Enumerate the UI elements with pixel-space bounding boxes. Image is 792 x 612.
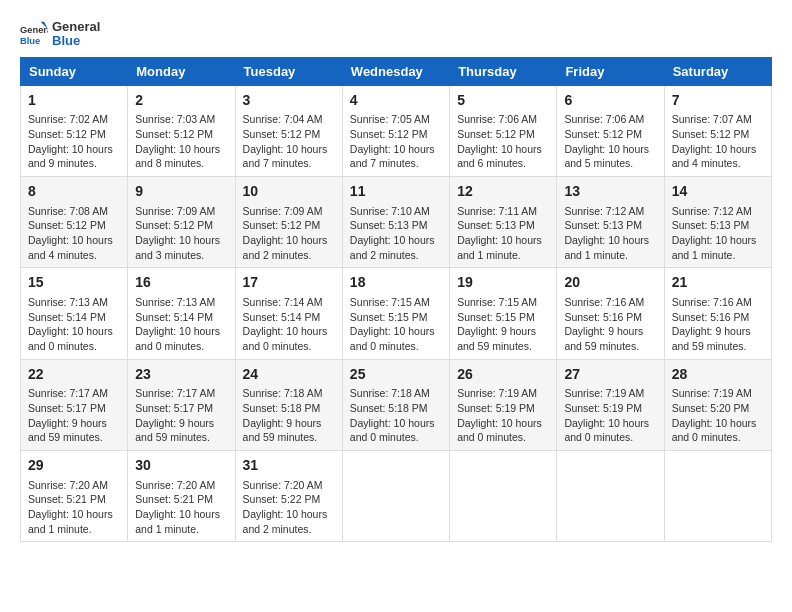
logo-blue: Blue xyxy=(52,34,100,48)
day-number: 23 xyxy=(135,365,227,385)
day-cell: 25 Sunrise: 7:18 AM Sunset: 5:18 PM Dayl… xyxy=(342,359,449,450)
day-cell: 29 Sunrise: 7:20 AM Sunset: 5:21 PM Dayl… xyxy=(21,450,128,541)
calendar-table: SundayMondayTuesdayWednesdayThursdayFrid… xyxy=(20,57,772,543)
day-cell: 4 Sunrise: 7:05 AM Sunset: 5:12 PM Dayli… xyxy=(342,85,449,176)
col-header-thursday: Thursday xyxy=(450,57,557,85)
day-number: 28 xyxy=(672,365,764,385)
sunset-label: Sunset: 5:21 PM xyxy=(135,493,213,505)
day-cell: 14 Sunrise: 7:12 AM Sunset: 5:13 PM Dayl… xyxy=(664,176,771,267)
day-number: 25 xyxy=(350,365,442,385)
day-cell: 13 Sunrise: 7:12 AM Sunset: 5:13 PM Dayl… xyxy=(557,176,664,267)
sunset-label: Sunset: 5:12 PM xyxy=(135,219,213,231)
daylight-label: Daylight: 10 hours and 1 minute. xyxy=(564,234,649,261)
daylight-label: Daylight: 9 hours and 59 minutes. xyxy=(28,417,107,444)
day-number: 31 xyxy=(243,456,335,476)
daylight-label: Daylight: 10 hours and 4 minutes. xyxy=(28,234,113,261)
daylight-label: Daylight: 10 hours and 0 minutes. xyxy=(457,417,542,444)
day-cell: 22 Sunrise: 7:17 AM Sunset: 5:17 PM Dayl… xyxy=(21,359,128,450)
day-cell: 31 Sunrise: 7:20 AM Sunset: 5:22 PM Dayl… xyxy=(235,450,342,541)
week-row-1: 1 Sunrise: 7:02 AM Sunset: 5:12 PM Dayli… xyxy=(21,85,772,176)
day-number: 10 xyxy=(243,182,335,202)
daylight-label: Daylight: 9 hours and 59 minutes. xyxy=(135,417,214,444)
sunrise-label: Sunrise: 7:11 AM xyxy=(457,205,537,217)
sunset-label: Sunset: 5:12 PM xyxy=(135,128,213,140)
day-cell xyxy=(450,450,557,541)
daylight-label: Daylight: 10 hours and 1 minute. xyxy=(672,234,757,261)
day-number: 14 xyxy=(672,182,764,202)
day-cell: 27 Sunrise: 7:19 AM Sunset: 5:19 PM Dayl… xyxy=(557,359,664,450)
daylight-label: Daylight: 10 hours and 2 minutes. xyxy=(350,234,435,261)
daylight-label: Daylight: 10 hours and 1 minute. xyxy=(135,508,220,535)
sunset-label: Sunset: 5:18 PM xyxy=(243,402,321,414)
week-row-4: 22 Sunrise: 7:17 AM Sunset: 5:17 PM Dayl… xyxy=(21,359,772,450)
sunrise-label: Sunrise: 7:16 AM xyxy=(564,296,644,308)
sunset-label: Sunset: 5:14 PM xyxy=(243,311,321,323)
svg-text:Blue: Blue xyxy=(20,37,40,47)
sunset-label: Sunset: 5:16 PM xyxy=(672,311,750,323)
day-cell xyxy=(557,450,664,541)
sunset-label: Sunset: 5:21 PM xyxy=(28,493,106,505)
day-cell: 19 Sunrise: 7:15 AM Sunset: 5:15 PM Dayl… xyxy=(450,268,557,359)
day-cell: 6 Sunrise: 7:06 AM Sunset: 5:12 PM Dayli… xyxy=(557,85,664,176)
logo: General Blue General Blue xyxy=(20,20,100,49)
day-cell: 24 Sunrise: 7:18 AM Sunset: 5:18 PM Dayl… xyxy=(235,359,342,450)
day-number: 2 xyxy=(135,91,227,111)
day-cell: 16 Sunrise: 7:13 AM Sunset: 5:14 PM Dayl… xyxy=(128,268,235,359)
sunrise-label: Sunrise: 7:17 AM xyxy=(135,387,215,399)
daylight-label: Daylight: 9 hours and 59 minutes. xyxy=(564,325,643,352)
day-number: 19 xyxy=(457,273,549,293)
daylight-label: Daylight: 9 hours and 59 minutes. xyxy=(457,325,536,352)
daylight-label: Daylight: 10 hours and 6 minutes. xyxy=(457,143,542,170)
sunrise-label: Sunrise: 7:15 AM xyxy=(350,296,430,308)
sunset-label: Sunset: 5:12 PM xyxy=(350,128,428,140)
col-header-sunday: Sunday xyxy=(21,57,128,85)
sunset-label: Sunset: 5:19 PM xyxy=(564,402,642,414)
sunset-label: Sunset: 5:19 PM xyxy=(457,402,535,414)
day-number: 22 xyxy=(28,365,120,385)
daylight-label: Daylight: 10 hours and 0 minutes. xyxy=(564,417,649,444)
daylight-label: Daylight: 10 hours and 0 minutes. xyxy=(28,325,113,352)
sunrise-label: Sunrise: 7:14 AM xyxy=(243,296,323,308)
svg-text:General: General xyxy=(20,25,48,35)
daylight-label: Daylight: 10 hours and 4 minutes. xyxy=(672,143,757,170)
sunrise-label: Sunrise: 7:19 AM xyxy=(564,387,644,399)
sunset-label: Sunset: 5:14 PM xyxy=(135,311,213,323)
sunset-label: Sunset: 5:12 PM xyxy=(564,128,642,140)
day-cell xyxy=(664,450,771,541)
daylight-label: Daylight: 10 hours and 2 minutes. xyxy=(243,234,328,261)
sunrise-label: Sunrise: 7:06 AM xyxy=(457,113,537,125)
sunset-label: Sunset: 5:15 PM xyxy=(457,311,535,323)
sunset-label: Sunset: 5:12 PM xyxy=(243,219,321,231)
sunset-label: Sunset: 5:15 PM xyxy=(350,311,428,323)
header-row: SundayMondayTuesdayWednesdayThursdayFrid… xyxy=(21,57,772,85)
day-number: 9 xyxy=(135,182,227,202)
sunrise-label: Sunrise: 7:19 AM xyxy=(457,387,537,399)
sunset-label: Sunset: 5:12 PM xyxy=(28,128,106,140)
sunset-label: Sunset: 5:16 PM xyxy=(564,311,642,323)
sunset-label: Sunset: 5:18 PM xyxy=(350,402,428,414)
day-number: 13 xyxy=(564,182,656,202)
day-cell xyxy=(342,450,449,541)
day-number: 30 xyxy=(135,456,227,476)
day-number: 3 xyxy=(243,91,335,111)
daylight-label: Daylight: 10 hours and 7 minutes. xyxy=(243,143,328,170)
sunrise-label: Sunrise: 7:20 AM xyxy=(28,479,108,491)
day-number: 7 xyxy=(672,91,764,111)
sunset-label: Sunset: 5:17 PM xyxy=(28,402,106,414)
sunrise-label: Sunrise: 7:06 AM xyxy=(564,113,644,125)
day-number: 6 xyxy=(564,91,656,111)
week-row-5: 29 Sunrise: 7:20 AM Sunset: 5:21 PM Dayl… xyxy=(21,450,772,541)
day-cell: 7 Sunrise: 7:07 AM Sunset: 5:12 PM Dayli… xyxy=(664,85,771,176)
day-cell: 15 Sunrise: 7:13 AM Sunset: 5:14 PM Dayl… xyxy=(21,268,128,359)
col-header-tuesday: Tuesday xyxy=(235,57,342,85)
day-cell: 21 Sunrise: 7:16 AM Sunset: 5:16 PM Dayl… xyxy=(664,268,771,359)
col-header-friday: Friday xyxy=(557,57,664,85)
daylight-label: Daylight: 9 hours and 59 minutes. xyxy=(672,325,751,352)
sunrise-label: Sunrise: 7:07 AM xyxy=(672,113,752,125)
day-cell: 28 Sunrise: 7:19 AM Sunset: 5:20 PM Dayl… xyxy=(664,359,771,450)
daylight-label: Daylight: 10 hours and 0 minutes. xyxy=(672,417,757,444)
day-cell: 26 Sunrise: 7:19 AM Sunset: 5:19 PM Dayl… xyxy=(450,359,557,450)
daylight-label: Daylight: 10 hours and 5 minutes. xyxy=(564,143,649,170)
day-cell: 5 Sunrise: 7:06 AM Sunset: 5:12 PM Dayli… xyxy=(450,85,557,176)
sunrise-label: Sunrise: 7:10 AM xyxy=(350,205,430,217)
